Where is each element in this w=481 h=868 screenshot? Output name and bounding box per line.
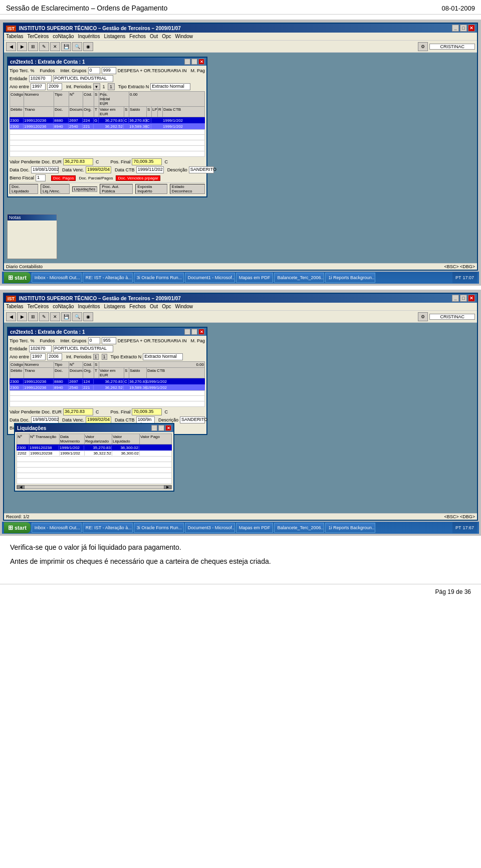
inter-val2[interactable]: 999 — [102, 67, 116, 74]
tb2-btn-6[interactable]: 💾 — [61, 312, 71, 321]
periodos-spinner[interactable]: ▼ — [93, 83, 100, 90]
taskbar-item-rep-1[interactable]: 1i Reports Backgroun... — [325, 273, 375, 283]
tb2-btn-3[interactable]: ⊞ — [28, 312, 38, 321]
menu2-inqueritos[interactable]: Inquéritos — [78, 304, 100, 309]
taskbar-item-re-1[interactable]: RE: IST - Alteração à... — [83, 273, 133, 283]
tb-btn-6[interactable]: 💾 — [61, 42, 71, 51]
menu2-listagens[interactable]: Listagens — [104, 304, 125, 309]
ano2-val1[interactable]: 1997 — [31, 353, 46, 360]
minimize-button-2[interactable]: _ — [452, 295, 459, 302]
menu-tabelas[interactable]: Tabelas — [6, 34, 23, 39]
tb-btn-3[interactable]: ⊞ — [28, 42, 38, 51]
tb2-btn-8[interactable]: ◉ — [83, 312, 93, 321]
menu2-fechos[interactable]: Fechos — [129, 304, 146, 309]
tb-btn-4[interactable]: ✎ — [39, 42, 49, 51]
start-button-1[interactable]: ⊞ start — [4, 272, 31, 283]
data2-row-1[interactable]: 2300 1999120236 8880 2697 124 36,270.83 … — [10, 378, 205, 384]
form-row2-entidade: Entidade 102670 PORTUCEL INDUSTRIAL — [10, 345, 205, 352]
liq-min[interactable]: _ — [151, 425, 157, 431]
taskbar2-item-bal[interactable]: Balancete_Terc_2006... — [274, 523, 324, 533]
ano2-val2[interactable]: 2006 — [47, 353, 62, 360]
d2-min[interactable]: _ — [184, 329, 190, 335]
tb2-btn-5[interactable]: ✕ — [50, 312, 60, 321]
data-row-1[interactable]: 2300 1999120236 8880 2697 224 G 36,270.8… — [10, 117, 205, 123]
menu2-tabelas[interactable]: Tabelas — [6, 304, 23, 309]
exposta-btn[interactable]: Exposta Inquérto — [135, 184, 167, 194]
taskbar2-item-doc[interactable]: Document3 - Microsof... — [185, 523, 235, 533]
liq-close[interactable]: ✕ — [165, 425, 171, 431]
taskbar2-item-mapas[interactable]: Mapas em PDF — [236, 523, 274, 533]
liq-max[interactable]: □ — [158, 425, 164, 431]
inter2-val2[interactable]: 955 — [102, 337, 116, 344]
liq-scrollbar[interactable]: ◀ ▶ — [17, 485, 172, 489]
tb-btn-9[interactable]: ⚙ — [418, 42, 428, 51]
taskbar-item-doc-1[interactable]: Document1 - Microsof... — [185, 273, 235, 283]
periodo2-nav[interactable]: 1 — [102, 354, 107, 360]
start-button-2[interactable]: ⊞ start — [4, 522, 31, 533]
liq-row-2[interactable]: 2202 1999120238 1999/1/202 36,322.52 36,… — [17, 451, 172, 457]
d2-max[interactable]: □ — [191, 329, 197, 335]
tb2-btn-2[interactable]: ▶ — [17, 312, 27, 321]
periodo-nav[interactable]: 1 — [108, 83, 115, 90]
maximize-button-1[interactable]: □ — [460, 25, 467, 32]
taskbar2-item-re[interactable]: RE: IST - Alteração à... — [83, 523, 133, 533]
tb2-btn-4[interactable]: ✎ — [39, 312, 49, 321]
taskbar2-item-rep[interactable]: 1i Reports Backgroun... — [325, 523, 375, 533]
doc-liquidado-btn[interactable]: Doc. Liquidado — [10, 184, 38, 194]
liq-scroll-right[interactable]: ▶ — [164, 485, 171, 489]
estado-btn[interactable]: Estado Deconheco — [170, 184, 205, 194]
d2-close[interactable]: ✕ — [198, 329, 204, 335]
menu2-out[interactable]: Out — [150, 304, 158, 309]
tb2-btn-1[interactable]: ◀ — [6, 312, 16, 321]
menu2-window[interactable]: Window — [175, 304, 193, 309]
menu-fechos[interactable]: Fechos — [129, 34, 146, 39]
liq-scroll-left[interactable]: ◀ — [17, 485, 25, 489]
liquidacoes-btn[interactable]: Liquidações — [72, 186, 98, 192]
minimize-button-1[interactable]: _ — [452, 25, 459, 32]
menu-window[interactable]: Window — [175, 34, 193, 39]
close-button-1[interactable]: ✕ — [468, 25, 475, 32]
taskbar2-item-oracle[interactable]: 3i Oracle Forms Run... — [134, 523, 184, 533]
liq-row-1[interactable]: 2300 1999120238 1999/1/202 35,270.83 36,… — [17, 445, 172, 451]
taskbar-item-mapas-1[interactable]: Mapas em PDF — [236, 273, 274, 283]
entidade-val[interactable]: 102670 — [29, 75, 52, 82]
dialog-max-1[interactable]: □ — [191, 59, 197, 65]
tb-btn-7[interactable]: 🔍 — [72, 42, 82, 51]
tb-btn-2[interactable]: ▶ — [17, 42, 27, 51]
taskbar2-item-inbox[interactable]: Inbox - Microsoft Out... — [32, 523, 82, 533]
menu2-opc[interactable]: Opc — [162, 304, 171, 309]
inter-val1[interactable]: 0 — [88, 67, 100, 74]
data-row-2[interactable]: 2300 1999120236 8940 2540 221 36,262.52 … — [10, 123, 205, 129]
doc-vencidos-badge[interactable]: Doc. Vencidos p/pagar — [116, 175, 160, 181]
tb2-btn-7[interactable]: 🔍 — [72, 312, 82, 321]
tb-btn-5[interactable]: ✕ — [50, 42, 60, 51]
menu-listagens[interactable]: Listagens — [104, 34, 125, 39]
inter2-val1[interactable]: 0 — [88, 337, 100, 344]
close-button-2[interactable]: ✕ — [468, 295, 475, 302]
menu-opc[interactable]: Opc — [162, 34, 171, 39]
th3-numero: Número — [24, 362, 54, 367]
dialog-close-1[interactable]: ✕ — [198, 59, 204, 65]
taskbar-item-inbox-1[interactable]: Inbox - Microsoft Out... — [32, 273, 82, 283]
menu-inqueritos[interactable]: Inquéritos — [78, 34, 100, 39]
taskbar-item-bal-1[interactable]: Balancete_Terc_2006... — [274, 273, 324, 283]
data2-row-2[interactable]: 2300 1999120236 8940 2540 221 36,262.52 … — [10, 384, 205, 390]
tb-btn-8[interactable]: ◉ — [83, 42, 93, 51]
tb2-btn-9[interactable]: ⚙ — [418, 312, 428, 321]
menu-terceiros[interactable]: TerCeiros — [27, 34, 49, 39]
maximize-button-2[interactable]: □ — [460, 295, 467, 302]
taskbar-item-oracle-1[interactable]: 3i Oracle Forms Run... — [134, 273, 184, 283]
entidade2-val[interactable]: 102670 — [29, 345, 52, 352]
menu-contacao[interactable]: coNtação — [53, 34, 74, 39]
menu-out[interactable]: Out — [150, 34, 158, 39]
notepad-content — [8, 221, 57, 223]
ano-val1[interactable]: 1997 — [31, 83, 46, 90]
proc-aut-btn[interactable]: Proc. Aut. Pública — [100, 184, 133, 194]
menu2-terceiros[interactable]: TerCeiros — [27, 304, 49, 309]
dialog-min-1[interactable]: _ — [184, 59, 190, 65]
ano-val2[interactable]: 2009 — [47, 83, 62, 90]
doc-pagos-badge[interactable]: Doc. Pagos — [51, 175, 76, 181]
menu2-contacao[interactable]: coNtação — [53, 304, 74, 309]
doc-liq-venc-btn[interactable]: Doc. Liq./Venc. — [41, 184, 69, 194]
tb-btn-1[interactable]: ◀ — [6, 42, 16, 51]
